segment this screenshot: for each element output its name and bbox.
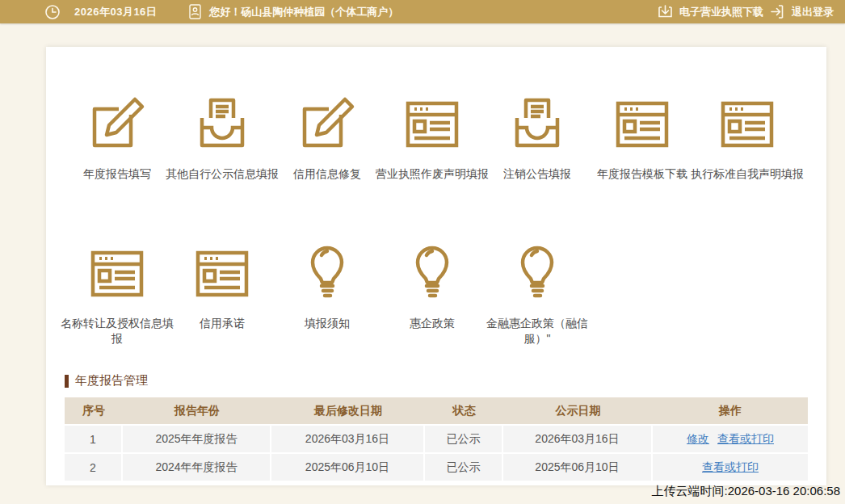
lightbulb-icon (403, 243, 461, 303)
grid-item-credit-repair[interactable]: 信用信息修复 (275, 94, 380, 182)
row-actions: 修改 查看或打印 (653, 426, 808, 452)
browser-window-icon (613, 94, 671, 153)
grid-item-enterprise-policy[interactable]: 惠企政策 (380, 243, 485, 346)
edit-icon (298, 94, 356, 153)
grid-item-finance-policy[interactable]: 金融惠企政策（融信服）" (485, 243, 590, 346)
license-download-button[interactable]: 电子营业执照下载 (658, 4, 763, 19)
grid-item-label: 信用承诺 (164, 316, 280, 331)
grid-item-license-void-declare[interactable]: 营业执照作废声明填报 (380, 94, 485, 182)
logout-button[interactable]: 退出登录 (770, 4, 834, 19)
col-header-modified: 最后修改日期 (271, 404, 425, 418)
grid-item-label: 名称转让及授权信息填报 (59, 316, 175, 346)
row-status: 已公示 (425, 454, 503, 481)
annual-report-table: 序号 报告年份 最后修改日期 状态 公示日期 操作 1 2025年年度报告 20… (65, 397, 808, 481)
clock-icon (44, 4, 61, 20)
download-icon (658, 4, 673, 19)
grid-item-credit-commitment[interactable]: 信用承诺 (170, 243, 275, 346)
row-modified-date: 2026年03月16日 (271, 426, 425, 452)
edit-icon (88, 94, 146, 153)
row-seq: 1 (65, 426, 123, 452)
grid-item-label: 信用信息修复 (269, 166, 385, 182)
grid-item-label: 执行标准自我声明填报 (689, 166, 805, 182)
browser-window-icon (403, 94, 461, 153)
row-modified-date: 2025年06月10日 (271, 454, 425, 481)
main-panel: 年度报告填写 其他自行公示信息填报 信用信息修复 (46, 47, 826, 485)
col-header-publish-date: 公示日期 (503, 404, 653, 418)
row-seq: 2 (65, 454, 123, 481)
lightbulb-icon (508, 243, 566, 303)
grid-item-label: 营业执照作废声明填报 (374, 166, 490, 182)
grid-item-label: 年度报告填写 (59, 166, 175, 182)
section-title: 年度报告管理 (75, 373, 148, 388)
grid-item-other-public-info[interactable]: 其他自行公示信息填报 (170, 94, 275, 182)
browser-window-icon (88, 243, 146, 303)
section-marker (65, 375, 69, 388)
grid-item-annual-report-template[interactable]: 年度报告模板下载 (590, 94, 695, 182)
inbox-document-icon (508, 94, 566, 153)
inbox-document-icon (193, 94, 251, 153)
view-print-link[interactable]: 查看或打印 (717, 432, 774, 447)
grid-item-filing-notes[interactable]: 填报须知 (275, 243, 380, 346)
lightbulb-icon (298, 243, 356, 303)
upload-cloud-timestamp: 上传云端时间:2026-03-16 20:06:58 (652, 484, 840, 499)
edit-link[interactable]: 修改 (687, 432, 709, 447)
grid-item-standard-self-declare[interactable]: 执行标准自我声明填报 (695, 94, 800, 182)
browser-window-icon (718, 94, 776, 153)
grid-item-label: 金融惠企政策（融信服）" (479, 316, 595, 346)
col-header-status: 状态 (425, 404, 503, 418)
grid-item-label: 惠企政策 (374, 316, 490, 331)
grid-item-label: 注销公告填报 (479, 166, 595, 182)
row-publish-date: 2026年03月16日 (503, 426, 653, 452)
topbar-date: 2026年03月16日 (74, 5, 157, 19)
table-header-row: 序号 报告年份 最后修改日期 状态 公示日期 操作 (65, 397, 808, 424)
user-greeting: 您好！砀山县陶仲种植园（个体工商户） (209, 5, 398, 19)
row-status: 已公示 (425, 426, 503, 452)
row-actions: 查看或打印 (653, 454, 808, 481)
id-badge-icon (189, 4, 201, 19)
col-header-actions: 操作 (653, 404, 808, 418)
row-report-year: 2025年年度报告 (123, 426, 271, 452)
section-annual-report-management: 年度报告管理 (65, 374, 808, 388)
grid-item-label: 填报须知 (269, 316, 385, 331)
grid-item-cancellation-notice[interactable]: 注销公告填报 (485, 94, 590, 182)
grid-item-name-transfer-auth[interactable]: 名称转让及授权信息填报 (65, 243, 170, 346)
view-print-link[interactable]: 查看或打印 (702, 460, 759, 475)
table-row: 2 2024年年度报告 2025年06月10日 已公示 2025年06月10日 … (65, 454, 808, 481)
row-publish-date: 2025年06月10日 (503, 454, 653, 481)
browser-window-icon (193, 243, 251, 303)
col-header-year: 报告年份 (123, 404, 271, 418)
icon-grid-row-2: 名称转让及授权信息填报 信用承诺 (65, 243, 808, 346)
table-row: 1 2025年年度报告 2026年03月16日 已公示 2026年03月16日 … (65, 426, 808, 452)
icon-grid-row-1: 年度报告填写 其他自行公示信息填报 信用信息修复 (65, 94, 808, 182)
col-header-seq: 序号 (65, 404, 123, 418)
grid-item-label: 年度报告模板下载 (584, 166, 700, 182)
grid-item-label: 其他自行公示信息填报 (164, 166, 280, 182)
row-report-year: 2024年年度报告 (123, 454, 271, 481)
license-download-label: 电子营业执照下载 (679, 5, 763, 19)
logout-label: 退出登录 (792, 5, 834, 19)
top-bar: 2026年03月16日 您好！砀山县陶仲种植园（个体工商户） 电子营业执照 (0, 0, 845, 23)
grid-item-annual-report-fill[interactable]: 年度报告填写 (65, 94, 170, 182)
logout-icon (770, 4, 785, 19)
